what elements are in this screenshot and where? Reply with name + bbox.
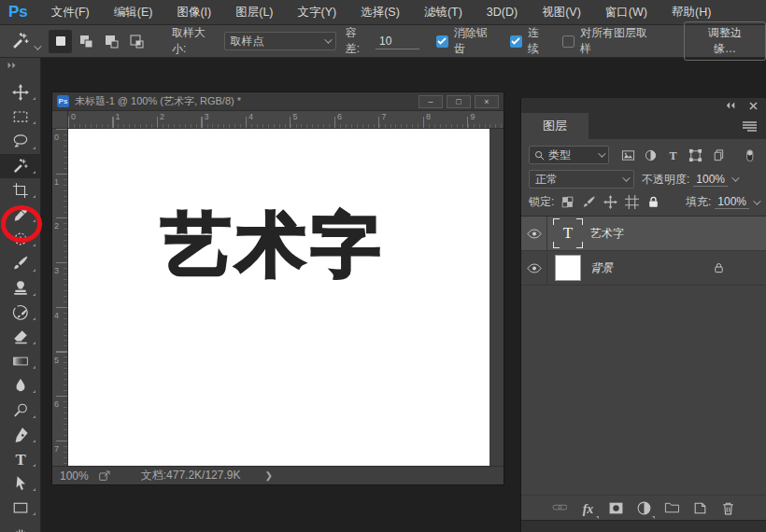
sample-all-layers-checkbox[interactable] [562, 35, 574, 48]
fill-value[interactable]: 100% [715, 195, 749, 209]
svg-text:T: T [669, 148, 676, 161]
adjustment-filter-icon[interactable] [641, 146, 660, 164]
tool-path-select[interactable] [0, 471, 41, 496]
layer-row-text[interactable]: T 艺术字 [521, 217, 766, 251]
filter-type-dropdown[interactable]: 类型 [529, 146, 609, 164]
text-layer-thumbnail[interactable]: T [555, 220, 581, 246]
menu-item[interactable]: 图像(I) [164, 0, 223, 25]
pixel-filter-icon[interactable] [618, 146, 637, 164]
ruler-number: 7 [54, 444, 59, 454]
add-selection-button[interactable] [74, 30, 97, 53]
link-layers-icon[interactable] [552, 500, 568, 516]
tool-clone-stamp[interactable] [0, 276, 41, 301]
layer-mask-icon[interactable] [608, 500, 624, 516]
layers-panel: 图层 类型 T [520, 98, 766, 532]
tool-history-brush[interactable] [0, 301, 41, 325]
filter-toggle-icon[interactable] [740, 146, 759, 164]
menu-item[interactable]: 文件(F) [39, 0, 102, 25]
menu-item[interactable]: 选择(S) [348, 0, 412, 25]
tool-type[interactable]: T [0, 447, 41, 471]
lock-artboard-icon[interactable] [625, 195, 639, 209]
document-titlebar[interactable]: Ps 未标题-1 @ 100% (艺术字, RGB/8) * – □ × [52, 92, 504, 111]
tool-hand[interactable] [0, 520, 41, 532]
tool-crop[interactable] [0, 178, 41, 203]
new-selection-button[interactable] [49, 30, 72, 53]
subtract-selection-button[interactable] [99, 30, 122, 53]
contiguous-checkbox[interactable] [510, 35, 522, 48]
smart-object-filter-icon[interactable] [708, 146, 727, 164]
tool-brush[interactable] [0, 251, 41, 275]
close-panel-icon[interactable] [749, 102, 758, 110]
tool-blur[interactable] [0, 373, 41, 398]
lock-all-icon[interactable] [646, 195, 660, 209]
tool-marquee[interactable] [0, 105, 41, 129]
delete-layer-icon[interactable] [720, 500, 736, 516]
tool-eyedropper[interactable] [0, 203, 41, 227]
anti-alias-label: 消除锯齿 [454, 25, 497, 57]
menu-item[interactable]: 滤镜(T) [412, 0, 475, 25]
tool-move[interactable] [0, 80, 41, 105]
share-icon[interactable] [98, 469, 111, 483]
intersect-selection-button[interactable] [124, 30, 148, 53]
status-chevron-icon[interactable]: ❯ [264, 470, 272, 481]
toolbar-collapse-button[interactable] [0, 58, 40, 73]
menu-item[interactable]: 窗口(W) [593, 0, 660, 25]
chevron-down-icon [324, 35, 332, 43]
opacity-value[interactable]: 100% [693, 173, 728, 187]
adjustment-layer-icon[interactable] [636, 500, 652, 516]
anti-alias-checkbox[interactable] [436, 35, 448, 48]
panel-bottom: fx [521, 495, 766, 532]
tab-layers[interactable]: 图层 [521, 113, 589, 139]
layer-name[interactable]: 艺术字 [590, 226, 624, 242]
menu-item[interactable]: 文字(Y) [286, 0, 349, 25]
visibility-eye-icon[interactable] [521, 251, 547, 285]
layer-row-background[interactable]: 背景 [521, 251, 766, 286]
chevron-down-icon[interactable] [753, 197, 760, 204]
brush-icon [12, 255, 29, 272]
tool-healing-brush[interactable] [0, 227, 41, 251]
maximize-button[interactable]: □ [447, 95, 471, 108]
background-layer-thumbnail[interactable] [555, 255, 581, 281]
refine-edge-button[interactable]: 调整边缘… [684, 21, 766, 61]
menu-item[interactable]: 编辑(E) [102, 0, 165, 25]
menu-item[interactable]: 图层(L) [223, 0, 285, 25]
hamburger-menu-icon[interactable] [743, 113, 766, 139]
layer-name[interactable]: 背景 [590, 260, 613, 276]
crop-icon [12, 182, 29, 199]
type-filter-icon[interactable]: T [663, 146, 682, 164]
ruler-number: 2 [160, 112, 164, 121]
type-icon: T [12, 451, 29, 468]
collapse-panel-icon[interactable] [725, 102, 736, 109]
sample-size-dropdown[interactable]: 取样点 [224, 32, 336, 50]
blur-icon [12, 377, 29, 394]
shape-filter-icon[interactable] [686, 146, 704, 164]
blend-mode-dropdown[interactable]: 正常 [529, 170, 634, 189]
window-controls: – □ × [418, 95, 499, 108]
tool-eraser[interactable] [0, 325, 41, 349]
chevron-down-icon[interactable] [731, 174, 739, 181]
lock-row: 锁定: 填充: 100% [529, 194, 759, 210]
close-button[interactable]: × [475, 95, 499, 108]
lock-pixels-icon[interactable] [582, 195, 596, 209]
zoom-level[interactable]: 100% [60, 469, 89, 483]
tool-pen[interactable] [0, 423, 41, 447]
menu-item[interactable]: 视图(V) [530, 0, 593, 25]
tool-magic-wand[interactable] [0, 154, 41, 178]
canvas[interactable]: 艺术字 [68, 129, 489, 467]
ruler-number: 0 [71, 112, 76, 121]
new-layer-icon[interactable] [692, 500, 708, 516]
layer-style-icon[interactable]: fx [580, 500, 596, 516]
lock-position-icon[interactable] [603, 195, 617, 209]
tool-gradient[interactable] [0, 349, 41, 373]
current-tool-indicator[interactable] [11, 32, 39, 50]
minimize-button[interactable]: – [418, 95, 443, 108]
tool-rectangle[interactable] [0, 496, 41, 520]
menu-item[interactable]: 3D(D) [475, 0, 530, 25]
new-group-icon[interactable] [664, 500, 680, 516]
tool-dodge[interactable] [0, 398, 41, 422]
sample-size-label: 取样大小: [172, 25, 219, 57]
visibility-eye-icon[interactable] [521, 217, 547, 250]
tolerance-input[interactable]: 10 [376, 34, 419, 49]
tool-lasso[interactable] [0, 129, 41, 153]
lock-transparency-icon[interactable] [560, 195, 574, 209]
